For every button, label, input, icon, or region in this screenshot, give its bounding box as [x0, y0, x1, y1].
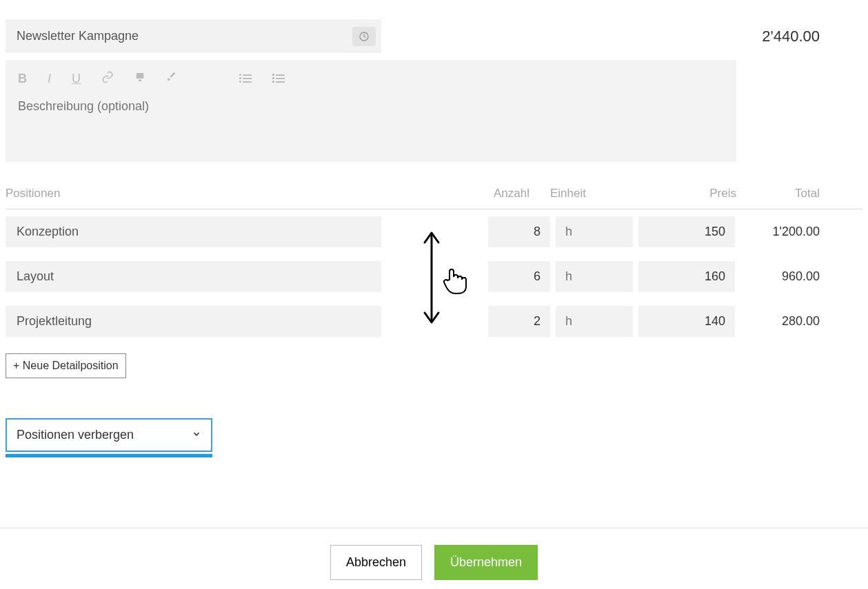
position-name[interactable]: Layout [6, 261, 381, 292]
position-price[interactable]: 140 [638, 306, 735, 337]
position-qty[interactable]: 8 [488, 216, 550, 247]
position-qty[interactable]: 6 [488, 261, 550, 292]
visibility-dropdown[interactable]: Positionen verbergen [6, 418, 212, 452]
description-input[interactable] [18, 99, 724, 114]
italic-icon[interactable]: I [48, 72, 51, 86]
position-unit[interactable]: h [556, 261, 633, 292]
table-row[interactable]: Konzeption 8 h 150 1'200.00 [6, 209, 862, 254]
header-total: Total [736, 187, 862, 200]
title-field-wrap [6, 19, 381, 53]
svg-rect-2 [139, 79, 141, 81]
bullet-list-icon[interactable] [239, 74, 252, 84]
dropdown-list: Positionen verbergen Positionen anzeigen… [6, 454, 212, 457]
grand-total: 2'440.00 [762, 28, 862, 45]
bold-icon[interactable]: B [18, 72, 27, 86]
positions-header: Positionen Anzahl Einheit Preis Total [6, 184, 862, 209]
position-unit[interactable]: h [556, 306, 633, 337]
header-positions: Positionen [6, 187, 488, 200]
position-name[interactable]: Projektleitung [6, 306, 381, 337]
brush-icon[interactable] [166, 72, 177, 86]
history-button[interactable] [352, 27, 376, 46]
highlight-icon[interactable] [134, 72, 145, 86]
table-row[interactable]: Layout 6 h 160 960.00 [6, 254, 862, 299]
positions-body: Konzeption 8 h 150 1'200.00 Layout 6 h 1… [6, 209, 862, 344]
underline-icon[interactable]: U [72, 72, 81, 86]
position-price[interactable]: 150 [638, 216, 735, 247]
svg-rect-1 [137, 73, 144, 79]
dropdown-selected-label: Positionen verbergen [17, 428, 134, 442]
position-total: 1'200.00 [735, 225, 862, 239]
chevron-down-icon [192, 429, 201, 441]
header-price: Preis [633, 187, 736, 200]
description-editor: B I U [6, 60, 736, 162]
dropdown-option-hide[interactable]: Positionen verbergen [6, 454, 212, 457]
position-name[interactable]: Konzeption [6, 216, 381, 247]
clock-icon [359, 31, 370, 42]
header-qty: Anzahl [488, 187, 550, 200]
header-unit: Einheit [550, 187, 633, 200]
position-total: 280.00 [735, 314, 862, 329]
table-row[interactable]: Projektleitung 2 h 140 280.00 [6, 299, 862, 344]
position-unit[interactable]: h [556, 216, 633, 247]
title-input[interactable] [6, 19, 352, 53]
link-icon[interactable] [101, 71, 114, 87]
position-price[interactable]: 160 [638, 261, 735, 292]
position-qty[interactable]: 2 [488, 306, 550, 337]
add-position-button[interactable]: + Neue Detailposition [6, 353, 126, 378]
numbered-list-icon[interactable] [272, 74, 285, 84]
position-total: 960.00 [735, 269, 862, 284]
editor-toolbar: B I U [18, 67, 724, 99]
